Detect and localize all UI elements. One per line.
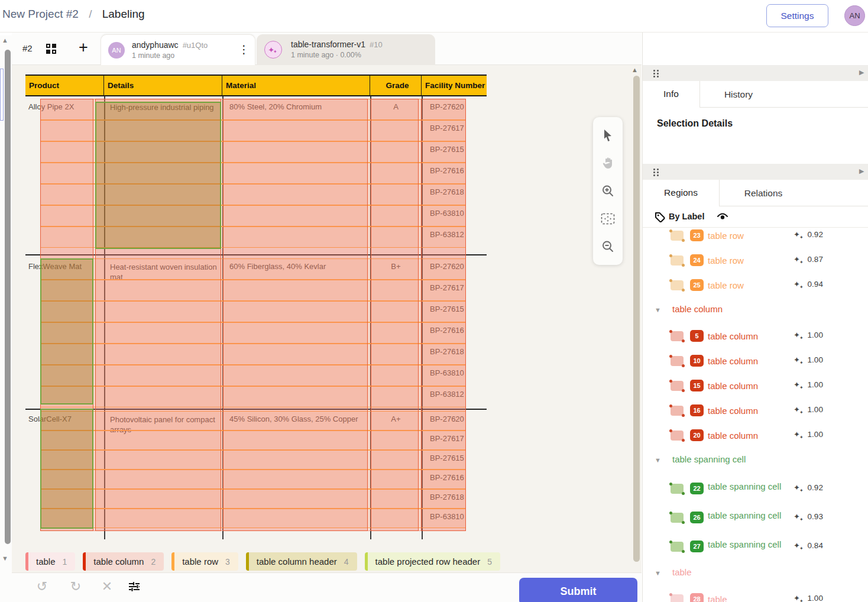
visibility-eye-icon[interactable] xyxy=(717,212,728,222)
region-score-value: 1.00 xyxy=(808,430,823,439)
region-label: table xyxy=(708,593,785,602)
region-label: table column xyxy=(708,429,785,442)
annotation-canvas[interactable]: ProductDetailsMaterialGradeFacility Numb… xyxy=(12,65,642,572)
region-overlay-table-spanning-cell[interactable] xyxy=(40,258,93,404)
tab-history[interactable]: History xyxy=(700,81,777,108)
region-score-value: 0.92 xyxy=(808,230,823,239)
region-item-10[interactable]: 10table column✦✦1.00 xyxy=(643,349,868,374)
prediction-sparkle-icon: ✦✦ xyxy=(793,430,804,439)
annotation-time: 1 minute ago xyxy=(132,51,174,60)
regions-panel-header[interactable]: ▶ xyxy=(643,164,868,180)
region-group-header[interactable]: ▼table column xyxy=(643,298,868,324)
tab-info[interactable]: Info xyxy=(643,81,700,108)
legend-label-table-row[interactable]: table row3 xyxy=(171,552,238,571)
breadcrumb-project[interactable]: New Project #2 xyxy=(2,8,79,20)
scroll-up-icon[interactable]: ▲ xyxy=(2,37,8,44)
region-item-23[interactable]: 23table row✦✦0.92 xyxy=(643,224,868,248)
region-overlay-table-spanning-cell[interactable] xyxy=(40,409,93,529)
region-item-26[interactable]: 26table spanning cell✦✦0.93 xyxy=(643,503,868,532)
region-score-value: 1.00 xyxy=(808,331,823,339)
region-score-value: 1.00 xyxy=(808,405,823,414)
prediction-sparkle-icon: ✦✦ xyxy=(793,331,804,339)
fit-to-screen-button[interactable] xyxy=(598,209,618,229)
discard-icon[interactable]: ✕ xyxy=(96,576,118,597)
region-item-27[interactable]: 27table spanning cell✦✦0.84 xyxy=(643,532,868,561)
kebab-menu-icon[interactable]: ⋮ xyxy=(238,43,250,56)
labeling-app: New Project #2 / Labeling Settings AN #2… xyxy=(0,0,868,602)
collapse-group-icon[interactable]: ▼ xyxy=(655,457,661,464)
zoom-in-button[interactable] xyxy=(598,181,618,201)
select-tool-button[interactable] xyxy=(598,125,618,145)
legend-label-table[interactable]: table1 xyxy=(25,552,75,571)
scroll-down-icon[interactable]: ▼ xyxy=(2,555,8,562)
region-shape-icon xyxy=(671,431,684,441)
region-label: table column xyxy=(708,404,785,417)
region-label: table row xyxy=(708,254,785,267)
pan-tool-button[interactable] xyxy=(598,153,618,173)
tab-relations[interactable]: Relations xyxy=(720,180,807,206)
prediction-meta: 1 minute ago · 0.00% xyxy=(291,51,361,59)
zoom-out-button[interactable] xyxy=(598,237,618,257)
region-item-28[interactable]: 28table✦✦1.00 xyxy=(643,587,868,602)
legend-label-table-column[interactable]: table column2 xyxy=(83,552,164,571)
region-item-5[interactable]: 5table column✦✦1.00 xyxy=(643,324,868,349)
info-panel-header[interactable]: ▶ xyxy=(643,65,868,81)
region-score-value: 1.00 xyxy=(808,380,823,389)
table-image-col-header: Material xyxy=(222,76,370,95)
region-item-20[interactable]: 20table column✦✦1.00 xyxy=(643,423,868,448)
region-id-badge: 10 xyxy=(690,355,704,367)
annotation-tab[interactable]: AN andyphuawc#u1Qto 1 minute ago ⋮ xyxy=(101,34,255,65)
region-score: ✦✦0.87 xyxy=(793,255,823,264)
region-shape-icon xyxy=(671,594,684,602)
drag-handle-icon[interactable] xyxy=(653,169,659,176)
region-item-16[interactable]: 16table column✦✦1.00 xyxy=(643,399,868,423)
region-group-header[interactable]: ▼table xyxy=(643,561,868,587)
region-shape-icon xyxy=(671,255,684,266)
collapse-group-icon[interactable]: ▼ xyxy=(655,569,661,577)
submit-button[interactable]: Submit xyxy=(519,578,637,602)
region-label: table column xyxy=(708,355,785,367)
region-shape-icon xyxy=(671,331,684,341)
legend-label-table-projected-row-header[interactable]: table projected row header5 xyxy=(365,552,500,571)
by-label-text[interactable]: By Label xyxy=(669,212,704,221)
prediction-sparkle-icon: ✦✦ xyxy=(793,512,804,521)
region-id-badge: 25 xyxy=(690,279,704,291)
collapse-panel-icon[interactable]: ▶ xyxy=(859,167,864,175)
prediction-sparkle-icon: ✦✦ xyxy=(793,280,804,289)
region-item-15[interactable]: 15table column✦✦1.00 xyxy=(643,374,868,399)
region-overlay-table-column[interactable] xyxy=(421,99,466,531)
redo-icon[interactable]: ↻ xyxy=(65,576,86,597)
tab-regions[interactable]: Regions xyxy=(643,180,720,207)
tag-icon[interactable] xyxy=(655,212,665,222)
add-annotation-icon[interactable]: + xyxy=(79,38,88,57)
region-overlay-table-spanning-cell[interactable] xyxy=(95,102,221,249)
grid-view-icon[interactable] xyxy=(46,44,57,54)
region-score-value: 1.00 xyxy=(808,594,823,602)
collapsed-panel-edge[interactable] xyxy=(0,69,4,121)
region-score-value: 1.00 xyxy=(808,355,823,364)
region-item-24[interactable]: 24table row✦✦0.87 xyxy=(643,248,868,273)
region-score-value: 0.93 xyxy=(808,512,823,521)
prediction-sparkle-icon: ✦✦ xyxy=(793,380,804,389)
settings-button[interactable]: Settings xyxy=(766,4,828,27)
collapse-group-icon[interactable]: ▼ xyxy=(655,306,661,313)
scrollbar-thumb[interactable] xyxy=(5,50,11,544)
prediction-tab[interactable]: ✦✦ table-transformer-v1#10 1 minute ago … xyxy=(257,34,435,65)
canvas-scroll-up-icon[interactable]: ▲ xyxy=(631,66,638,73)
table-image-col-header: Facility Number xyxy=(422,76,487,95)
canvas-scrollbar-thumb[interactable] xyxy=(633,76,640,562)
region-score: ✦✦0.93 xyxy=(793,512,823,521)
region-group-header[interactable]: ▼table spanning cell xyxy=(643,448,868,474)
region-item-25[interactable]: 25table row✦✦0.94 xyxy=(643,273,868,298)
region-overlay-table-column[interactable] xyxy=(371,99,419,531)
undo-icon[interactable]: ↺ xyxy=(31,576,53,597)
user-avatar[interactable]: AN xyxy=(844,5,865,26)
region-overlay-table-column[interactable] xyxy=(223,99,368,531)
region-score-value: 0.84 xyxy=(808,541,823,550)
drag-handle-icon[interactable] xyxy=(653,70,659,77)
legend-label-table-column-header[interactable]: table column header4 xyxy=(246,552,357,571)
region-item-22[interactable]: 22table spanning cell✦✦0.92 xyxy=(643,474,868,503)
view-settings-icon[interactable] xyxy=(124,576,145,597)
collapse-panel-icon[interactable]: ▶ xyxy=(859,69,864,76)
table-image-col-header: Product xyxy=(25,76,104,95)
